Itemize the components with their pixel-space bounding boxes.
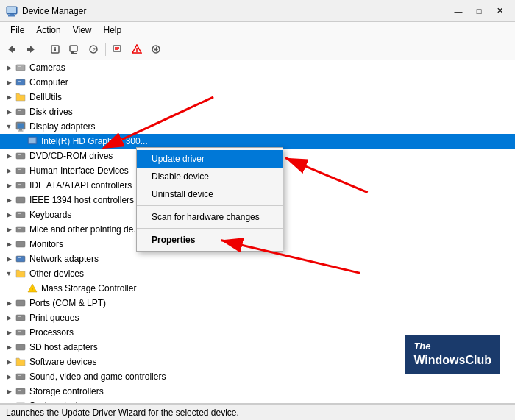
svg-rect-23: [18, 66, 21, 67]
svg-rect-60: [16, 374, 25, 380]
item-icon-dvdrom: [15, 150, 26, 162]
maximize-button[interactable]: □: [469, 4, 489, 18]
svg-rect-53: [18, 302, 21, 302]
menu-file[interactable]: File: [4, 24, 30, 37]
item-icon-ide: [15, 179, 26, 191]
expand-icon-printqueues[interactable]: ▶: [3, 312, 15, 324]
context-menu: Update driverDisable deviceUninstall dev…: [136, 147, 283, 252]
tree-item-otherdevices[interactable]: ▼Other devices: [0, 266, 515, 281]
item-icon-dellutils: [15, 91, 26, 103]
ctx-item-disabledevice[interactable]: Disable device: [137, 168, 283, 185]
tree-item-systemdevices[interactable]: ▶System devices: [0, 399, 515, 404]
item-label-ports: Ports (COM & LPT): [29, 298, 106, 308]
svg-rect-57: [18, 331, 21, 332]
back-button[interactable]: [3, 40, 21, 58]
svg-marker-21: [154, 46, 158, 52]
tree-item-printqueues[interactable]: ▶Print queues: [0, 310, 515, 325]
tree-item-cameras[interactable]: ▶Cameras: [0, 60, 515, 75]
menu-help[interactable]: Help: [98, 24, 128, 37]
svg-rect-38: [16, 182, 25, 188]
expand-icon-dvdrom[interactable]: ▶: [3, 150, 15, 162]
item-icon-sdhost: [15, 341, 26, 353]
tree-item-storage[interactable]: ▶Storage controllers: [0, 384, 515, 399]
item-icon-keyboards: [15, 209, 26, 221]
expand-icon-mice[interactable]: ▶: [3, 224, 15, 235]
expand-icon-network[interactable]: ▶: [3, 253, 15, 265]
expand-icon-ports[interactable]: ▶: [3, 297, 15, 309]
svg-rect-14: [113, 46, 121, 51]
ctx-item-scanchanges[interactable]: Scan for hardware changes: [137, 208, 283, 226]
svg-rect-63: [18, 390, 21, 391]
expand-icon-hid[interactable]: ▶: [3, 165, 15, 177]
tree-item-network[interactable]: ▶Network adapters: [0, 252, 515, 266]
item-label-ieee: IEEE 1394 host controllers: [29, 195, 134, 205]
item-icon-hid: [15, 165, 26, 177]
expand-icon-cameras[interactable]: ▶: [3, 62, 15, 74]
expand-icon-sound[interactable]: ▶: [3, 371, 15, 382]
menu-action[interactable]: Action: [30, 24, 66, 37]
item-label-sound: Sound, video and game controllers: [29, 371, 166, 382]
expand-icon-storage[interactable]: ▶: [3, 385, 15, 397]
item-label-otherdevices: Other devices: [29, 268, 84, 279]
expand-icon-computer[interactable]: ▶: [3, 76, 15, 88]
tree-item-diskdrives[interactable]: ▶Disk drives: [0, 104, 515, 119]
tree-item-computer[interactable]: ▶Computer: [0, 75, 515, 90]
expand-icon-monitors[interactable]: ▶: [3, 238, 15, 250]
expand-icon-sdhost[interactable]: ▶: [3, 341, 15, 353]
svg-rect-26: [16, 109, 25, 115]
window-title: Device Manager: [22, 6, 449, 16]
item-label-monitors: Monitors: [29, 239, 63, 249]
forward-button[interactable]: [22, 40, 40, 58]
svg-rect-33: [29, 138, 36, 143]
logo-text: WindowsClub: [413, 353, 491, 369]
help-button[interactable]: ?: [85, 40, 102, 58]
properties-button[interactable]: [46, 40, 64, 58]
ctx-item-uninstalldevice[interactable]: Uninstall device: [137, 185, 283, 203]
expand-icon-diskdrives[interactable]: ▶: [3, 106, 15, 118]
item-icon-ieee: [15, 194, 26, 206]
expand-icon-systemdevices[interactable]: ▶: [3, 400, 15, 404]
expand-icon-ide[interactable]: ▶: [3, 179, 15, 191]
minimize-button[interactable]: —: [449, 4, 468, 18]
uninstall-button[interactable]: [109, 40, 127, 58]
item-label-processors: Processors: [29, 327, 74, 338]
toolbar-sep-2: [105, 43, 106, 56]
expand-icon-displayadapters[interactable]: ▼: [3, 121, 15, 132]
expand-icon-processors[interactable]: ▶: [3, 327, 15, 338]
tree-item-ports[interactable]: ▶Ports (COM & LPT): [0, 296, 515, 310]
scan-button[interactable]: [65, 40, 83, 58]
tree-item-displayadapters[interactable]: ▼Display adapters: [0, 119, 515, 134]
svg-rect-49: [18, 257, 21, 258]
disable-button[interactable]: [128, 40, 146, 58]
svg-text:?: ?: [93, 46, 96, 53]
svg-rect-37: [18, 169, 21, 170]
ctx-item-updatedriver[interactable]: Update driver: [137, 150, 283, 168]
expand-icon-otherdevices[interactable]: ▼: [3, 268, 15, 280]
item-icon-massStorage: !: [26, 282, 38, 294]
svg-rect-1: [10, 14, 14, 15]
tree-item-dellutils[interactable]: ▶DellUtils: [0, 90, 515, 104]
tree-item-intelhd[interactable]: Intel(R) HD Graphics 300...: [0, 134, 515, 149]
item-label-printqueues: Print queues: [29, 313, 79, 323]
close-button[interactable]: ✕: [490, 4, 509, 18]
item-label-systemdevices: System devices: [29, 401, 91, 404]
svg-rect-61: [18, 375, 21, 376]
window-controls: — □ ✕: [449, 4, 509, 18]
expand-icon-software[interactable]: ▶: [3, 356, 15, 368]
expand-icon-dellutils[interactable]: ▶: [3, 91, 15, 103]
svg-rect-42: [16, 212, 25, 218]
svg-rect-64: [16, 403, 25, 404]
status-text: Launches the Update Driver Wizard for th…: [6, 407, 239, 418]
svg-rect-29: [18, 124, 24, 129]
tree-item-massStorage[interactable]: !Mass Storage Controller: [0, 281, 515, 296]
item-label-keyboards: Keyboards: [29, 210, 71, 220]
item-label-intelhd: Intel(R) HD Graphics 300...: [41, 136, 148, 146]
expand-icon-massStorage: [15, 282, 26, 294]
ctx-item-properties[interactable]: Properties: [137, 231, 283, 249]
item-icon-cameras: [15, 62, 26, 74]
expand-icon-ieee[interactable]: ▶: [3, 194, 15, 206]
update-button[interactable]: [147, 40, 165, 58]
expand-icon-keyboards[interactable]: ▶: [3, 209, 15, 221]
menu-view[interactable]: View: [67, 24, 98, 37]
item-icon-computer: [15, 76, 26, 88]
